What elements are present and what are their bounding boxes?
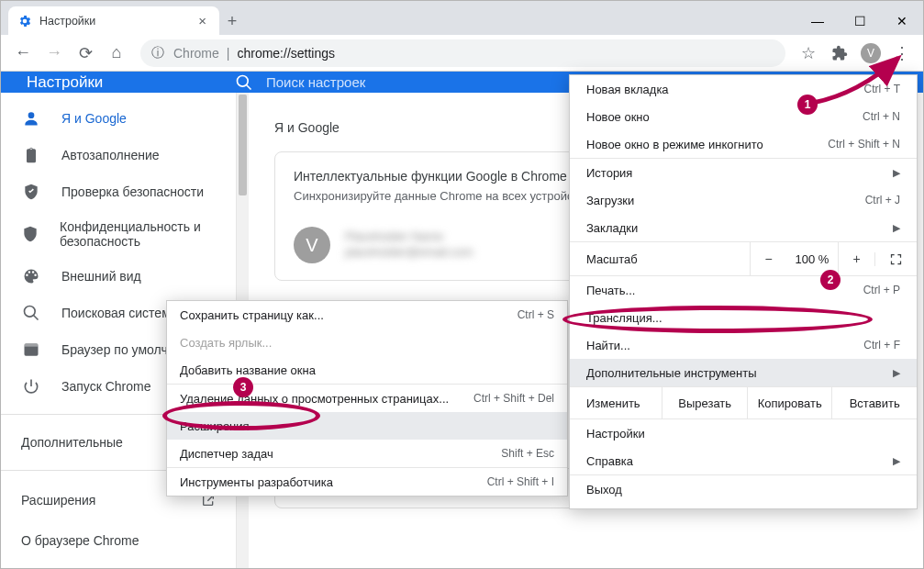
menu-item-find[interactable]: Найти...Ctrl + F — [570, 331, 917, 359]
site-info-icon[interactable]: ⓘ — [151, 45, 164, 61]
menu-label: Добавить название окна — [180, 363, 316, 377]
gear-icon — [17, 14, 32, 28]
clipboard-icon — [21, 146, 41, 164]
sidebar-item-label: Поисковая система — [61, 306, 178, 320]
svg-point-2 — [28, 112, 35, 118]
submenu-item-create-shortcut[interactable]: Создать ярлык... — [167, 329, 567, 356]
submenu-item-save-page[interactable]: Сохранить страницу как...Ctrl + S — [167, 301, 567, 329]
sidebar-item-appearance[interactable]: Внешний вид — [1, 258, 236, 295]
menu-label: Закладки — [586, 221, 638, 235]
menu-item-cut[interactable]: Вырезать — [662, 387, 748, 418]
menu-shortcut: Ctrl + F — [863, 339, 900, 351]
menu-label: Создать ярлык... — [180, 336, 272, 350]
home-button[interactable]: ⌂ — [102, 39, 131, 68]
address-bar[interactable]: ⓘ Chrome | chrome://settings — [140, 39, 785, 67]
new-tab-button[interactable]: + — [219, 12, 245, 35]
chevron-right-icon: ▶ — [893, 367, 900, 379]
sidebar-item-you-and-google[interactable]: Я и Google — [1, 100, 236, 137]
chevron-right-icon: ▶ — [893, 455, 900, 467]
shield-check-icon — [21, 183, 41, 201]
zoom-out-button[interactable]: − — [750, 242, 786, 275]
window-titlebar: Настройки × + — ☐ ✕ — [1, 1, 923, 35]
menu-shortcut: Ctrl + S — [518, 308, 554, 321]
sidebar-link-about[interactable]: О браузере Chrome — [1, 520, 236, 561]
menu-label: Загрузки — [586, 194, 634, 207]
menu-shortcut: Ctrl + Shift + N — [828, 138, 900, 151]
menu-item-downloads[interactable]: ЗагрузкиCtrl + J — [570, 186, 917, 214]
profile-email: placeholder@email.com — [345, 245, 473, 261]
menu-shortcut: Shift + Esc — [501, 447, 554, 460]
svg-line-4 — [34, 316, 39, 320]
annotation-arrow — [808, 52, 909, 107]
page-title: Настройки — [1, 73, 235, 92]
menu-item-incognito[interactable]: Новое окно в режиме инкогнитоCtrl + Shif… — [570, 130, 917, 158]
palette-icon — [21, 267, 41, 285]
shield-icon — [21, 225, 39, 243]
menu-item-settings[interactable]: Настройки — [570, 419, 917, 447]
back-button[interactable]: ← — [8, 39, 38, 68]
window-controls: — ☐ ✕ — [796, 7, 923, 35]
main-menu: Новая вкладкаCtrl + T Новое окноCtrl + N… — [569, 74, 918, 509]
menu-label: Инструменты разработчика — [180, 475, 333, 489]
close-window-button[interactable]: ✕ — [881, 7, 923, 35]
sidebar-item-autofill[interactable]: Автозаполнение — [1, 137, 236, 173]
close-icon[interactable]: × — [198, 13, 206, 28]
search-icon — [21, 304, 41, 322]
sidebar-item-label: Дополнительные — [21, 435, 123, 450]
menu-item-bookmarks[interactable]: Закладки▶ — [570, 214, 917, 241]
menu-label: Новое окно в режиме инкогнито — [586, 138, 763, 151]
more-tools-submenu: Сохранить страницу как...Ctrl + S Создат… — [166, 300, 568, 496]
browser-tab[interactable]: Настройки × — [8, 6, 219, 35]
menu-label: Настройки — [586, 427, 645, 441]
submenu-item-task-manager[interactable]: Диспетчер задачShift + Esc — [167, 440, 567, 467]
submenu-item-dev-tools[interactable]: Инструменты разработчикаCtrl + Shift + I — [167, 468, 567, 496]
sidebar-item-label: Я и Google — [61, 111, 127, 126]
chevron-right-icon: ▶ — [893, 222, 900, 234]
forward-button[interactable]: → — [39, 39, 69, 68]
menu-item-zoom: Масштаб − 100 % + — [570, 242, 917, 275]
menu-shortcut: Ctrl + Shift + Del — [473, 392, 554, 405]
annotation-ring-2 — [562, 306, 873, 333]
svg-point-0 — [238, 75, 249, 86]
menu-label: Выход — [586, 483, 622, 496]
annotation-ring-3 — [162, 401, 320, 430]
browser-toolbar: ← → ⟳ ⌂ ⓘ Chrome | chrome://settings ☆ V… — [1, 35, 923, 72]
menu-label: Масштаб — [586, 252, 750, 266]
sidebar-item-safety-check[interactable]: Проверка безопасности — [1, 173, 236, 210]
menu-label: Справка — [586, 454, 633, 468]
menu-label: Изменить — [570, 387, 662, 418]
menu-item-copy[interactable]: Копировать — [748, 387, 833, 418]
menu-item-more-tools[interactable]: Дополнительные инструменты▶ — [570, 359, 917, 386]
menu-shortcut: Ctrl + Shift + I — [487, 475, 554, 488]
sidebar-item-label: Расширения — [21, 493, 95, 508]
sidebar-item-label: Автозаполнение — [61, 148, 160, 162]
minimize-button[interactable]: — — [796, 7, 839, 35]
fullscreen-button[interactable] — [874, 252, 917, 266]
menu-item-paste[interactable]: Вставить — [832, 387, 917, 418]
menu-label: История — [586, 166, 632, 180]
submenu-item-name-window[interactable]: Добавить название окна — [167, 356, 567, 384]
menu-item-help[interactable]: Справка▶ — [570, 447, 917, 474]
menu-label: Дополнительные инструменты — [586, 366, 757, 380]
menu-label: Диспетчер задач — [180, 447, 273, 461]
sidebar-item-label: Проверка безопасности — [61, 184, 204, 199]
url-prefix: Chrome — [173, 46, 219, 61]
zoom-value: 100 % — [786, 252, 838, 266]
sidebar-item-privacy[interactable]: Конфиденциальность и безопасность — [1, 210, 236, 258]
menu-shortcut: Ctrl + N — [863, 110, 900, 123]
menu-item-print[interactable]: Печать...Ctrl + P — [570, 276, 917, 304]
tab-title: Настройки — [39, 15, 95, 28]
reload-button[interactable]: ⟳ — [71, 39, 100, 68]
zoom-in-button[interactable]: + — [838, 242, 874, 275]
maximize-button[interactable]: ☐ — [839, 7, 881, 35]
menu-item-history[interactable]: История▶ — [570, 159, 917, 186]
sidebar-item-label: Конфиденциальность и безопасность — [60, 219, 227, 249]
chevron-right-icon: ▶ — [893, 167, 900, 179]
annotation-badge-2: 2 — [820, 270, 841, 290]
scrollbar-thumb[interactable] — [239, 95, 247, 195]
profile-name: Placeholder Name — [345, 229, 473, 245]
menu-item-exit[interactable]: Выход — [570, 475, 917, 503]
svg-point-3 — [25, 307, 36, 318]
url-sep: | — [227, 46, 230, 61]
sidebar-item-label: Запуск Chrome — [61, 379, 150, 394]
